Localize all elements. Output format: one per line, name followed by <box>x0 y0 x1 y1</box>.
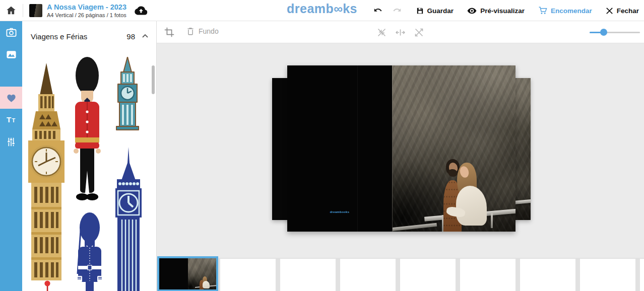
svg-text:T: T <box>12 117 15 123</box>
page-thumbnail-selected[interactable] <box>157 256 218 291</box>
page-thumbnail[interactable] <box>580 259 635 291</box>
sticker-royal-guard-red[interactable] <box>69 55 106 206</box>
arrange-tools <box>376 27 425 38</box>
expand-horizontal-icon[interactable] <box>395 27 406 38</box>
page-thumbnail[interactable] <box>460 259 516 291</box>
page-thumbnail[interactable] <box>340 259 396 291</box>
text-icon: TT <box>6 114 17 126</box>
sticker-pin-red[interactable] <box>44 280 51 291</box>
cloud-upload-icon <box>133 5 148 17</box>
tune-icon <box>6 136 17 148</box>
sticker-big-ben-gold[interactable] <box>24 63 69 280</box>
tab-options[interactable] <box>0 131 22 153</box>
redo-icon[interactable] <box>391 5 403 17</box>
sticker-big-ben-blue[interactable] <box>112 147 145 291</box>
camera-icon <box>6 27 17 38</box>
save-icon <box>416 7 424 15</box>
page-thumbnail[interactable] <box>520 259 575 291</box>
infinity-glyph: ∞ <box>334 2 343 16</box>
woman-sweater <box>203 281 210 288</box>
close-button[interactable]: Fechar <box>605 7 639 15</box>
shrink-diagonal-icon[interactable] <box>376 27 388 38</box>
canvas-toolbar: Fundo <box>157 21 644 43</box>
image-icon <box>6 49 17 60</box>
project-thumbnail <box>29 4 42 17</box>
sticker-big-ben-teal[interactable] <box>111 57 144 130</box>
sticker-category-count: 98 <box>126 32 135 41</box>
cover-brand-label: dreambooks <box>287 210 392 213</box>
eye-icon <box>467 6 477 16</box>
sticker-category-header: Viagens e Férias 98 <box>22 21 156 51</box>
project-info: A Nossa Viagem - 2023 A4 Vertical / 26 p… <box>47 3 126 19</box>
page-thumbnail[interactable] <box>400 259 456 291</box>
zoom-slider-thumb[interactable] <box>600 29 607 36</box>
fold-line <box>357 65 358 232</box>
preview-label: Pré-visualizar <box>480 7 525 15</box>
chevron-up-icon[interactable] <box>141 32 149 40</box>
crop-icon[interactable] <box>164 27 175 38</box>
back-cover-page[interactable]: dreambooks <box>287 65 392 232</box>
tab-stickers[interactable] <box>0 87 22 109</box>
order-label: Encomendar <box>551 7 592 15</box>
trash-icon <box>186 27 195 36</box>
header-actions: Guardar Pré-visualizar Encomendar Fechar <box>372 0 639 21</box>
header-divider <box>23 4 23 17</box>
fundo-label: Fundo <box>199 27 219 35</box>
page-thumbnail[interactable] <box>280 259 336 291</box>
project-subtitle: A4 Vertical / 26 páginas / 1 fotos <box>47 12 126 19</box>
close-icon <box>605 7 614 15</box>
svg-text:T: T <box>6 115 11 124</box>
project-title: A Nossa Viagem - 2023 <box>47 3 126 12</box>
thumb-cover-photo <box>188 258 217 289</box>
home-icon[interactable] <box>6 5 17 16</box>
thumb-back-cover <box>159 258 188 289</box>
expand-diagonal-icon[interactable] <box>414 27 425 38</box>
cart-icon <box>538 6 548 16</box>
left-toolbar: TT <box>0 21 22 291</box>
cover-spread[interactable]: dreambooks <box>287 65 516 232</box>
delete-background-button[interactable]: Fundo <box>186 27 219 36</box>
panel-scrollbar[interactable] <box>152 65 155 94</box>
undo-icon[interactable] <box>372 5 384 17</box>
save-button[interactable]: Guardar <box>416 7 454 15</box>
dreambooks-editor: A Nossa Viagem - 2023 A4 Vertical / 26 p… <box>0 0 644 291</box>
stickers-panel: Viagens e Férias 98 <box>22 21 157 291</box>
top-header: A Nossa Viagem - 2023 A4 Vertical / 26 p… <box>0 0 644 21</box>
front-cover-photo[interactable] <box>392 65 516 232</box>
order-button[interactable]: Encomendar <box>538 6 592 16</box>
sticker-category-title: Viagens e Férias <box>31 32 87 41</box>
heart-icon <box>6 92 17 104</box>
zoom-slider[interactable] <box>590 28 640 36</box>
sticker-royal-guard-blue[interactable] <box>73 211 107 291</box>
book-canvas: dreambooks <box>157 43 644 291</box>
preview-button[interactable]: Pré-visualizar <box>467 6 525 16</box>
tab-text[interactable]: TT <box>0 109 22 131</box>
railing-post <box>491 213 493 229</box>
tab-backgrounds[interactable] <box>0 43 22 65</box>
page-thumbnail[interactable] <box>640 259 644 291</box>
save-label: Guardar <box>427 7 454 15</box>
man-beard <box>448 169 458 177</box>
page-thumbnail[interactable] <box>220 259 276 291</box>
close-label: Fechar <box>617 7 639 15</box>
dreambooks-logo: dreamb∞ks <box>287 2 357 16</box>
tab-photos[interactable] <box>0 21 22 43</box>
